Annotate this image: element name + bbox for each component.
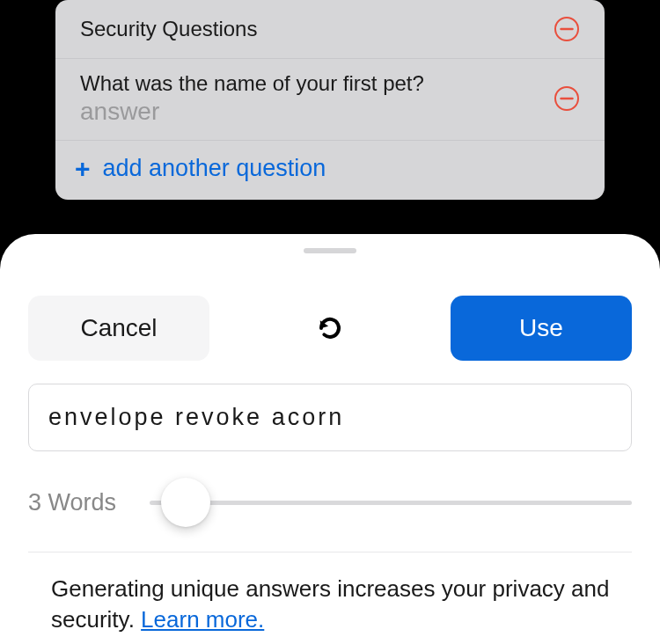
question-text: What was the name of your first pet? — [80, 71, 424, 96]
security-questions-card: Security Questions What was the name of … — [55, 0, 605, 200]
info-text: Generating unique answers increases your… — [28, 574, 632, 635]
remove-section-icon[interactable] — [554, 16, 580, 42]
add-question-label: add another question — [103, 155, 326, 182]
question-row: What was the name of your first pet? ans… — [55, 59, 605, 141]
remove-question-icon[interactable] — [554, 85, 580, 112]
slider-thumb[interactable] — [161, 478, 210, 527]
info-body: Generating unique answers increases your… — [51, 575, 609, 633]
sheet-grabber[interactable] — [304, 248, 356, 253]
answer-field[interactable]: answer — [80, 98, 424, 126]
section-header: Security Questions — [55, 0, 605, 59]
word-count-label: 3 Words — [28, 489, 116, 516]
use-button[interactable]: Use — [451, 296, 632, 361]
learn-more-link[interactable]: Learn more. — [141, 606, 264, 633]
add-question-button[interactable]: + add another question — [55, 141, 605, 200]
cancel-button[interactable]: Cancel — [28, 296, 209, 361]
section-title: Security Questions — [80, 17, 257, 41]
refresh-button[interactable] — [312, 311, 348, 346]
question-content: What was the name of your first pet? ans… — [80, 71, 424, 126]
button-row: Cancel Use — [28, 296, 632, 361]
slider-track — [150, 501, 632, 505]
generated-answer-field[interactable]: envelope revoke acorn — [28, 384, 632, 451]
plus-icon: + — [75, 156, 91, 182]
word-count-row: 3 Words — [28, 478, 632, 553]
generator-sheet: Cancel Use envelope revoke acorn 3 Words… — [0, 234, 660, 644]
word-count-slider[interactable] — [150, 478, 632, 527]
